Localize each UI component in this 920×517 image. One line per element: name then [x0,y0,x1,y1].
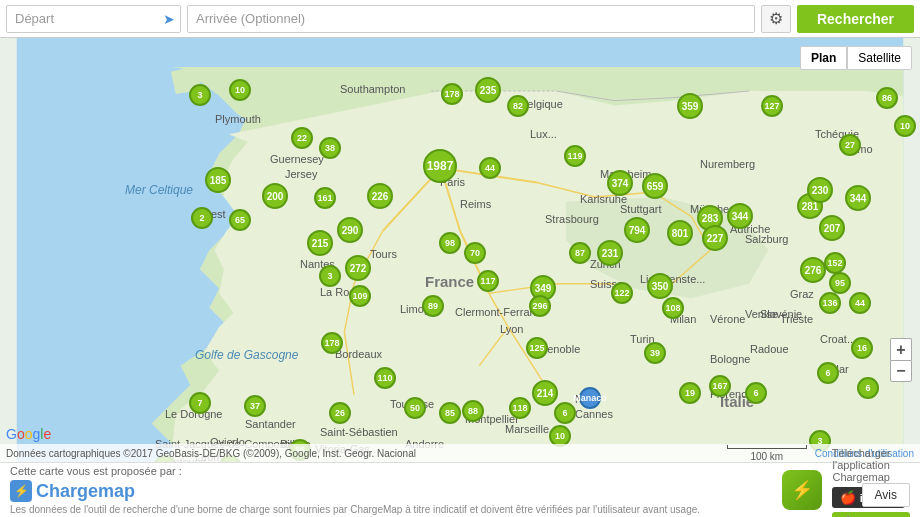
charging-marker[interactable]: 39 [644,342,666,364]
search-button[interactable]: Rechercher [797,5,914,33]
charging-marker[interactable]: 3 [189,84,211,106]
map-container[interactable]: Plan Satellite + − SouthamptonPlymouthGu… [0,38,920,462]
charging-marker[interactable]: 85 [439,402,461,424]
charging-marker[interactable]: 117 [477,270,499,292]
charging-marker[interactable]: 125 [526,337,548,359]
settings-button[interactable]: ⚙ [761,5,791,33]
charging-marker[interactable]: 108 [662,297,684,319]
charging-marker[interactable]: 110 [374,367,396,389]
footer-left: Cette carte vous est proposée par : ⚡ Ch… [10,465,772,515]
map-type-controls: Plan Satellite [800,46,912,70]
charging-marker[interactable]: 230 [807,177,833,203]
charging-marker[interactable]: 6 [817,362,839,384]
arrival-wrapper [187,5,755,33]
charging-marker[interactable]: 98 [439,232,461,254]
charging-marker[interactable]: 161 [314,187,336,209]
charging-marker[interactable]: 95 [829,272,851,294]
charging-marker[interactable]: 235 [475,77,501,103]
charging-marker[interactable]: 6 [857,377,879,399]
charging-marker[interactable]: 88 [462,400,484,422]
google-logo: Google [6,426,51,442]
charging-marker[interactable]: 89 [422,295,444,317]
footer: Cette carte vous est proposée par : ⚡ Ch… [0,462,920,517]
charging-marker[interactable]: 119 [564,145,586,167]
charging-marker[interactable]: 1987 [423,149,457,183]
charging-marker[interactable]: 86 [876,87,898,109]
map-type-satellite-button[interactable]: Satellite [847,46,912,70]
charging-marker[interactable]: 344 [727,203,753,229]
charging-marker[interactable]: 178 [441,83,463,105]
charging-marker[interactable]: 215 [307,230,333,256]
charging-marker[interactable]: 227 [702,225,728,251]
charging-marker[interactable]: 231 [597,240,623,266]
charging-marker[interactable]: 16 [851,337,873,359]
charging-marker[interactable]: 200 [262,183,288,209]
charging-marker[interactable]: 26 [329,402,351,424]
charging-marker[interactable]: 22 [291,127,313,149]
charging-marker[interactable]: 359 [677,93,703,119]
chargemap-logo: ⚡ Chargemap [10,480,772,502]
charging-marker[interactable]: 27 [839,134,861,156]
charging-marker[interactable]: 122 [611,282,633,304]
charging-marker[interactable]: 290 [337,217,363,243]
charging-marker[interactable]: 10 [229,79,251,101]
footer-note: Les données de l'outil de recherche d'un… [10,504,772,515]
charging-marker[interactable]: 374 [607,170,633,196]
chargemap-logo-icon: ⚡ [10,480,32,502]
charging-marker[interactable]: 109 [349,285,371,307]
charging-marker[interactable]: 350 [647,273,673,299]
provided-by-text: Cette carte vous est proposée par : [10,465,772,477]
markers-container: 3102238185200161226265215290272310917811… [0,38,920,462]
zoom-in-button[interactable]: + [890,338,912,360]
attribution-text: Données cartographiques ©2017 GeoBasis-D… [6,448,416,459]
charging-marker[interactable]: 118 [509,397,531,419]
zoom-out-button[interactable]: − [890,360,912,382]
charging-marker[interactable]: 207 [819,215,845,241]
charging-marker[interactable]: 272 [345,255,371,281]
charging-marker[interactable]: 19 [679,382,701,404]
charging-marker[interactable]: 185 [205,167,231,193]
charging-marker[interactable]: 37 [244,395,266,417]
avis-button[interactable]: Avis [862,483,910,507]
android-button[interactable]: 🤖 Android [832,512,910,517]
map-attribution: Données cartographiques ©2017 GeoBasis-D… [0,444,920,462]
download-label: Téléchargerl'applicationChargemap [832,447,891,483]
charging-marker[interactable]: 214 [532,380,558,406]
charging-marker[interactable]: 276 [800,257,826,283]
charging-marker[interactable]: 3 [319,265,341,287]
charging-marker[interactable]: 70 [464,242,486,264]
chargemap-logo-text: Chargemap [36,481,135,502]
charging-marker[interactable]: 801 [667,220,693,246]
charging-marker[interactable]: 10 [894,115,916,137]
charging-marker[interactable]: 38 [319,137,341,159]
charging-marker[interactable]: 6 [554,402,576,424]
charging-marker[interactable]: 82 [507,95,529,117]
charging-marker[interactable]: 167 [709,375,731,397]
apple-icon: 🍎 [840,490,856,505]
charging-marker[interactable]: 87 [569,242,591,264]
app-preview-icon: ⚡ [782,470,822,510]
charging-marker[interactable]: 50 [404,397,426,419]
charging-marker[interactable]: 6 [745,382,767,404]
charging-marker[interactable]: 296 [529,295,551,317]
charging-marker[interactable]: 794 [624,217,650,243]
charging-marker[interactable]: 178 [321,332,343,354]
arrival-input[interactable] [187,5,755,33]
charging-marker[interactable]: Manaco [579,387,601,409]
charging-marker[interactable]: 152 [824,252,846,274]
header-bar: ➤ ⚙ Rechercher [0,0,920,38]
charging-marker[interactable]: 2 [191,207,213,229]
charging-marker[interactable]: 127 [761,95,783,117]
charging-marker[interactable]: 136 [819,292,841,314]
charging-marker[interactable]: 7 [189,392,211,414]
depart-input[interactable] [6,5,181,33]
charging-marker[interactable]: 659 [642,173,668,199]
charging-marker[interactable]: 65 [229,209,251,231]
zoom-controls: + − [890,338,912,382]
charging-marker[interactable]: 344 [845,185,871,211]
charging-marker[interactable]: 226 [367,183,393,209]
map-type-plan-button[interactable]: Plan [800,46,847,70]
charging-marker[interactable]: 44 [479,157,501,179]
depart-wrapper: ➤ [6,5,181,33]
charging-marker[interactable]: 44 [849,292,871,314]
